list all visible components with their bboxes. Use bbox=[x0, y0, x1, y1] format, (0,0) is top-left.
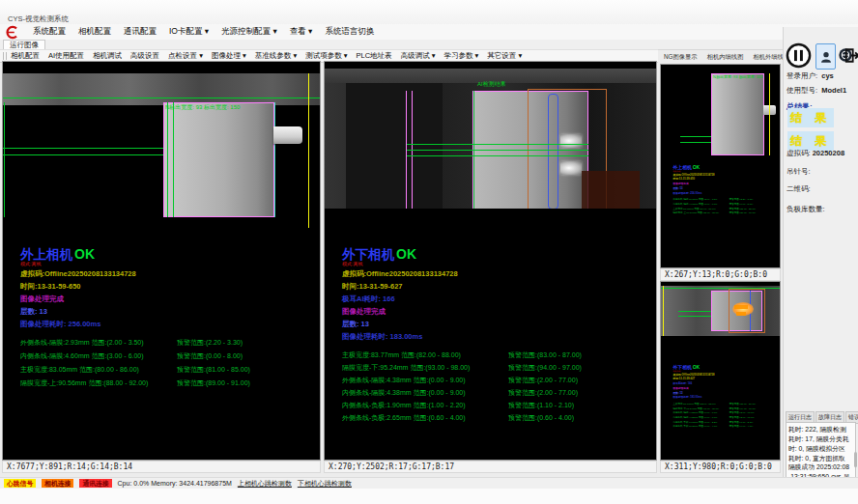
toolbar-item[interactable]: 测试项参数 ▾ bbox=[305, 51, 347, 61]
elapsed-label: 图像处理耗时: 183.00ms bbox=[672, 396, 781, 400]
lower-heartbeat-link[interactable]: 下相机心跳检测数 bbox=[298, 479, 352, 489]
machine-background bbox=[3, 73, 320, 105]
camera-title: 外上相机OK bbox=[20, 247, 322, 262]
preview-tab[interactable]: 相机内细线图 bbox=[703, 51, 748, 64]
overlay-measure-label: N标出宽度: 93 标出宽度: 150 bbox=[165, 103, 240, 112]
model-label: 使用型号: bbox=[786, 86, 817, 95]
camera-result-text-lower: 外下相机OK 模式:离线 虚拟码:Offline2025020813313472… bbox=[325, 247, 658, 426]
preview-panel-ng[interactable]: N标出宽度: 93 标出宽度: 150 外上相机OK 模式:离线 虚拟码:Off… bbox=[660, 64, 781, 268]
preview-result-text: 外上相机OK 模式:离线 虚拟码:Offline2025020813313472… bbox=[667, 165, 781, 216]
done-label: 图像处理完成 bbox=[342, 307, 658, 317]
menu-item[interactable]: IO卡配置 ▾ bbox=[169, 26, 209, 38]
pause-icon bbox=[786, 42, 812, 69]
measurement-row: 主极宽度:83.05mm 范围:(80.00 - 86.00) 预警范围:(81… bbox=[20, 365, 322, 378]
overlay-chip bbox=[734, 305, 748, 309]
log-output[interactable]: 耗时: 222, 隔膜检测耗时: 17, 隔膜分类耗时: 0, 隔膜模拟分区耗时… bbox=[786, 422, 856, 478]
preview-tab[interactable]: NG图像显示 bbox=[660, 51, 701, 64]
model-row: 使用型号: Model1 bbox=[786, 86, 846, 96]
menu-item[interactable]: 相机配置 bbox=[78, 26, 111, 38]
time-label: 时间:13-31-59-650 bbox=[672, 178, 781, 182]
pixel-readout-preview-top: X:267;Y:13;R:0;G:0;B:0 bbox=[660, 268, 781, 281]
toolbar-item[interactable]: 其它设置 ▾ bbox=[487, 51, 522, 61]
blue-detect-bar bbox=[548, 94, 558, 209]
measurement-row: 内侧条线-隔膜:4.60mm 范围:(3.00 - 6.00) 预警范围:(0.… bbox=[20, 351, 322, 365]
cpu-memory-readout: Cpu: 0.0% Memory: 3424.41796875M bbox=[118, 480, 232, 487]
user-button[interactable] bbox=[815, 43, 836, 70]
measurement-warning-range: 预警范围:(1.10 - 2.10) bbox=[508, 401, 574, 413]
menu-item[interactable]: 系统配置 bbox=[33, 26, 66, 38]
upper-heartbeat-link[interactable]: 上相机心跳检测数 bbox=[238, 479, 292, 489]
toolbar-item[interactable]: 学习参数 ▾ bbox=[443, 51, 478, 61]
toolbar-item[interactable]: 相机调试 bbox=[93, 51, 122, 61]
pause-button[interactable] bbox=[786, 42, 812, 69]
measurement-row: 内侧条线-负极:1.90mm 范围:(1.00 - 2.20) 预警范围:(1.… bbox=[342, 401, 658, 413]
toolbar-item[interactable]: 基准线参数 ▾ bbox=[255, 51, 297, 61]
layers-label: 层数: 13 bbox=[20, 307, 322, 317]
toolbar-item[interactable]: PLC地址表 bbox=[357, 51, 392, 61]
qr-row: 二维码: bbox=[786, 184, 811, 194]
menu-item[interactable]: 查看 ▾ bbox=[290, 26, 313, 38]
measurement-list: 主极宽度:83.77mm 范围:(82.00 - 88.00) 预警范围:(83… bbox=[672, 403, 781, 430]
measure-line-icon bbox=[407, 150, 588, 151]
toolbar-item[interactable]: 图像处理 ▾ bbox=[212, 51, 246, 61]
preview-panel-lower[interactable]: 外下相机OK 模式:离线 虚拟码:Offline2025020813313472… bbox=[660, 281, 781, 461]
measurement-value: 隔膜宽度-上:90.56mm 范围:(88.00 - 92.00) bbox=[672, 211, 729, 216]
measurement-warning-range: 预警范围:(2.00 - 77.00) bbox=[508, 376, 578, 388]
pixel-readout-lower: X:270;Y:2502;R:17;G:17;B:17 bbox=[324, 461, 657, 473]
calibration-line-icon bbox=[663, 286, 664, 336]
log-scrollbar[interactable] bbox=[854, 452, 857, 467]
measure-line-icon bbox=[678, 311, 711, 312]
status-ok: OK bbox=[693, 165, 701, 171]
done-label: 图像处理完成 bbox=[20, 294, 322, 304]
pixel-readout-preview-bottom: X:311;Y:980;R:0;G:0;B:0 bbox=[660, 461, 781, 473]
measurement-value: 外侧条线-负极:2.65mm 范围:(0.60 - 4.00) bbox=[342, 413, 508, 426]
measure-line-icon bbox=[407, 155, 588, 156]
camera-title: 外下相机OK bbox=[342, 247, 658, 262]
window-titlebar: CYS-视觉检测系统 bbox=[0, 0, 858, 24]
menu-item[interactable]: 光源控制配置 ▾ bbox=[221, 26, 277, 38]
toolbar-item[interactable]: 相机配置 bbox=[11, 51, 40, 61]
edge-line-icon bbox=[167, 102, 168, 217]
done-label: 图像处理完成 bbox=[672, 386, 781, 390]
measurement-warning-range: 预警范围:(81.00 - 85.00) bbox=[177, 365, 250, 378]
camera-image-lower[interactable]: AI检测结果 bbox=[325, 69, 656, 209]
menu-item[interactable]: 通讯配置 bbox=[124, 26, 157, 38]
status-bar: 心跳信号 相机连接 通讯连接 Cpu: 0.0% Memory: 3424.41… bbox=[0, 477, 858, 489]
edge-line-icon bbox=[4, 102, 5, 217]
measurement-row: 隔膜宽度-上:90.56mm 范围:(88.00 - 92.00) 预警范围:(… bbox=[20, 378, 322, 392]
measurement-value: 外侧条线-隔膜:4.38mm 范围:(0.00 - 9.00) bbox=[342, 376, 508, 388]
login-user-label: 登录用户: bbox=[786, 71, 817, 80]
result-badge-upper: 结 果 bbox=[787, 108, 834, 127]
preview-image-lower bbox=[661, 286, 780, 336]
serial-label: 虚拟码:Offline20250208133134728 bbox=[342, 269, 658, 279]
menu-item[interactable]: 系统语言切换 bbox=[325, 26, 374, 38]
logout-button[interactable] bbox=[844, 45, 858, 65]
measurement-value: 外侧条线-负极:2.65mm 范围:(0.60 - 4.00) bbox=[672, 425, 729, 430]
status-ok: OK bbox=[396, 246, 416, 262]
app-logo-icon bbox=[5, 25, 19, 40]
measure-line-icon bbox=[678, 316, 711, 317]
measurement-row: 隔膜宽度-上:90.56mm 范围:(88.00 - 92.00) 预警范围:(… bbox=[672, 211, 781, 216]
result-badge-lower: 结 果 bbox=[787, 131, 834, 151]
layers-label: 层数: 13 bbox=[342, 320, 658, 329]
measurement-warning-range: 预警范围:(0.60 - 4.00) bbox=[729, 425, 754, 430]
toolbar-item[interactable]: 点检设置 ▾ bbox=[168, 51, 203, 61]
time-label: 时间:13-31-59-627 bbox=[342, 282, 658, 292]
measurement-row: 外侧条线-负极:2.65mm 范围:(0.60 - 4.00) 预警范围:(0.… bbox=[342, 413, 658, 426]
toolbar-item[interactable]: AI使用配置 bbox=[48, 51, 84, 61]
toolbar-item[interactable]: 高级调试 ▾ bbox=[401, 51, 436, 61]
ai-time-label: 极耳AI耗时: 166 bbox=[672, 382, 781, 386]
login-user-row: 登录用户: cys bbox=[786, 71, 834, 81]
window-title: CYS-视觉检测系统 bbox=[8, 14, 69, 24]
measurement-list: 主极宽度:83.77mm 范围:(82.00 - 88.00) 预警范围:(83… bbox=[342, 350, 658, 426]
camera-image-upper[interactable]: N标出宽度: 93 标出宽度: 150 bbox=[3, 73, 320, 228]
measurement-warning-range: 预警范围:(0.00 - 8.00) bbox=[177, 351, 243, 365]
measurement-value: 内侧条线-负极:1.90mm 范围:(1.00 - 2.20) bbox=[342, 401, 508, 413]
measurement-warning-range: 预警范围:(89.00 - 91.00) bbox=[177, 378, 250, 392]
elapsed-label: 图像处理耗时: 183.00ms bbox=[342, 332, 658, 342]
elapsed-label: 图像处理耗时: 256.00ms bbox=[672, 191, 781, 195]
overlay-measure-label: N标出宽度: 93 标出宽度: 150 bbox=[713, 74, 763, 79]
toolbar-item[interactable]: 高级设置 bbox=[130, 51, 159, 61]
measurement-warning-range: 预警范围:(94.00 - 97.00) bbox=[508, 363, 582, 376]
measure-line-icon bbox=[407, 144, 588, 145]
